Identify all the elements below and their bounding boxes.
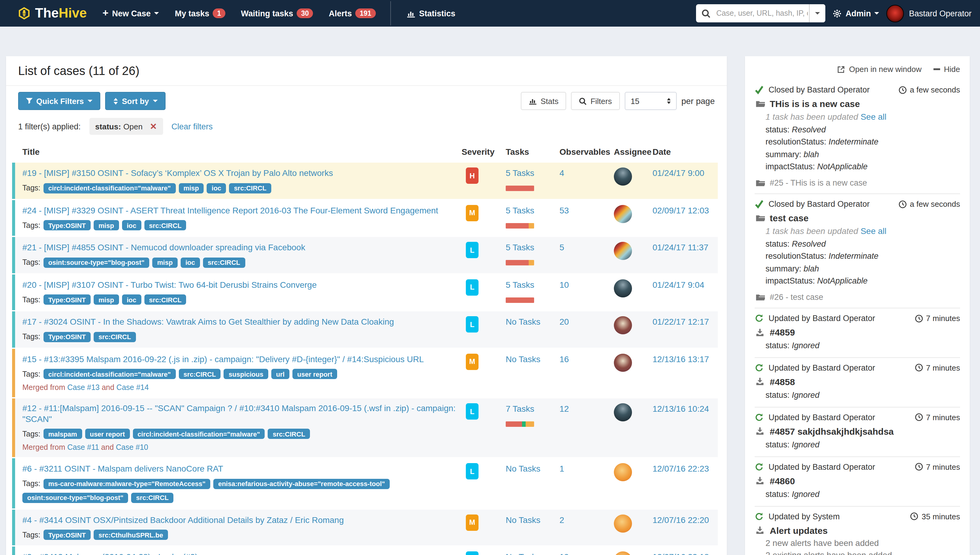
case-date[interactable]: 12/07/16 22:23 [652, 464, 709, 473]
case-title-link[interactable]: #3 - #3413 Malspam (2016-04-28) - Locky … [22, 552, 198, 555]
case-title-link[interactable]: #24 - [MISP] #3329 OSINT - ASERT Threat … [22, 205, 438, 216]
tag-pill: ioc [207, 183, 226, 193]
avatar[interactable] [614, 353, 632, 372]
severity-badge: L [466, 551, 478, 555]
observables-count[interactable]: 10 [560, 280, 569, 289]
avatar[interactable] [614, 279, 632, 297]
case-date[interactable]: 02/09/17 12:03 [652, 205, 709, 215]
merged-case-link[interactable]: Case #10 [116, 443, 148, 452]
feed-entry-head: Closed by Bastard Operatora few seconds [755, 85, 960, 94]
case-title-link[interactable]: #19 - [MISP] #3150 OSINT - Sofacy’s ‘Kom… [22, 168, 333, 179]
feed-entry-title[interactable]: #4859 [755, 327, 960, 337]
admin-menu[interactable]: Admin [833, 9, 879, 18]
observables-count[interactable]: 5 [560, 242, 564, 252]
statistics-menu[interactable]: Statistics [406, 9, 455, 18]
clock-icon [910, 512, 919, 521]
field-line: status: Ignored [755, 489, 960, 500]
case-date[interactable]: 01/24/17 11:37 [652, 242, 708, 252]
case-title-link[interactable]: #6 - #3211 OSINT - Malspam delivers Nano… [22, 464, 223, 474]
sort-by-button[interactable]: Sort by [105, 92, 166, 110]
new-case-menu[interactable]: + New Case [102, 7, 159, 19]
tag-pill: src:CIRCL [268, 429, 310, 439]
tasks-link[interactable]: 5 Tasks [506, 242, 534, 252]
stats-button[interactable]: Stats [521, 92, 566, 110]
tasks-link[interactable]: 7 Tasks [506, 404, 534, 414]
observables-count[interactable]: 16 [560, 354, 569, 364]
tag-pill: ioc [122, 220, 141, 230]
filter-chip-status: status: Open ✕ [89, 118, 163, 135]
search-input[interactable] [715, 4, 809, 22]
alerts-menu[interactable]: Alerts 191 [329, 8, 376, 18]
avatar[interactable] [614, 463, 632, 481]
observables-count[interactable]: 4 [560, 168, 564, 178]
case-title-link[interactable]: #20 - [MISP] #3107 OSINT - Turbo Twist: … [22, 280, 317, 290]
see-all-link[interactable]: See all [861, 112, 887, 122]
feed-entry-title[interactable]: Alert updates [755, 525, 960, 535]
tasks-link[interactable]: 5 Tasks [506, 280, 534, 289]
case-date[interactable]: 01/22/17 12:17 [652, 317, 709, 326]
case-date[interactable]: 12/07/16 22:18 [652, 552, 709, 555]
filters-button[interactable]: Filters [571, 92, 620, 110]
search-scope-button[interactable] [809, 4, 826, 22]
tasks-progress-bar [506, 186, 534, 191]
case-title-link[interactable]: #4 - #3414 OSINT OSX/Pintsized Backdoor … [22, 515, 344, 525]
avatar[interactable] [614, 167, 632, 186]
feed-entry-title-text: Alert updates [770, 525, 828, 535]
case-date[interactable]: 01/24/17 9:04 [652, 280, 704, 289]
tasks-link[interactable]: No Tasks [506, 515, 540, 525]
case-title-link[interactable]: #15 - #13:#3395 Malspam 2016-09-22 (.js … [22, 354, 424, 364]
case-date[interactable]: 12/07/16 22:20 [652, 515, 709, 525]
avatar[interactable] [614, 514, 632, 533]
tasks-link[interactable]: No Tasks [506, 354, 540, 364]
user-menu[interactable]: Bastard Operator [887, 5, 972, 22]
observables-count[interactable]: 53 [560, 205, 569, 215]
field-line: impactStatus: NotApplicable [755, 162, 960, 172]
tasks-link[interactable]: 5 Tasks [506, 205, 534, 215]
per-page-select[interactable]: 15 [624, 92, 676, 110]
feed-entry-title[interactable]: #4857 sakjdhsakjhdkjsahdsa [755, 426, 960, 436]
merged-case-link[interactable]: Case #11 [67, 443, 99, 452]
feed-entry-title[interactable]: #4858 [755, 377, 960, 387]
quick-filters-label: Quick Filters [36, 96, 84, 106]
feed-entry-title[interactable]: test case [755, 213, 960, 223]
open-new-window-link[interactable]: Open in new window [837, 65, 922, 74]
page-title: List of cases (11 of 26) [6, 56, 727, 86]
case-title-link[interactable]: #17 - #3024 OSINT - In the Shadows: Vawt… [22, 317, 394, 327]
avatar[interactable] [614, 316, 632, 334]
see-all-link[interactable]: See all [861, 226, 887, 236]
hide-feed-link[interactable]: Hide [934, 65, 960, 74]
severity-cell: H [462, 167, 506, 193]
avatar[interactable] [614, 242, 632, 260]
case-title-link[interactable]: #12 - #11:[Malspam] 2016-09-15 -- "SCAN"… [22, 403, 457, 424]
severity-cell: L [462, 279, 506, 305]
feed-entry-title[interactable]: THis is is a new case [755, 99, 960, 109]
quick-filters-button[interactable]: Quick Filters [18, 92, 100, 110]
observables-count[interactable]: 12 [560, 404, 569, 414]
case-date[interactable]: 12/13/16 13:17 [652, 354, 709, 364]
observables-count[interactable]: 19 [560, 552, 569, 555]
clear-filters-link[interactable]: Clear filters [171, 122, 213, 131]
avatar[interactable] [614, 205, 632, 223]
tasks-link[interactable]: No Tasks [506, 317, 540, 326]
avatar[interactable] [614, 551, 632, 555]
case-date[interactable]: 01/24/17 9:00 [652, 168, 704, 178]
remove-filter-icon[interactable]: ✕ [150, 122, 157, 131]
merged-prefix: Merged from [22, 443, 67, 452]
tasks-link[interactable]: No Tasks [506, 464, 540, 473]
observables-count[interactable]: 1 [560, 464, 564, 473]
observables-count[interactable]: 20 [560, 317, 569, 326]
feed-entry-title[interactable]: #4860 [755, 475, 960, 486]
tasks-link[interactable]: No Tasks [506, 552, 540, 555]
case-date[interactable]: 12/13/16 10:24 [652, 404, 709, 414]
avatar[interactable] [614, 403, 632, 421]
merged-case-link[interactable]: Case #13 [67, 383, 100, 392]
assignee-cell [614, 463, 652, 503]
case-title-link[interactable]: #21 - [MISP] #4855 OSINT - Nemucod downl… [22, 242, 305, 253]
merged-case-link[interactable]: Case #14 [116, 383, 149, 392]
waiting-tasks-menu[interactable]: Waiting tasks 30 [241, 8, 313, 18]
tasks-link[interactable]: 5 Tasks [506, 168, 534, 178]
observables-count[interactable]: 2 [560, 515, 564, 525]
feed-entry-head: Updated by Bastard Operator7 minutes [755, 314, 960, 323]
my-tasks-menu[interactable]: My tasks 1 [175, 8, 225, 18]
thehive-logo[interactable]: TheHive [17, 5, 87, 21]
